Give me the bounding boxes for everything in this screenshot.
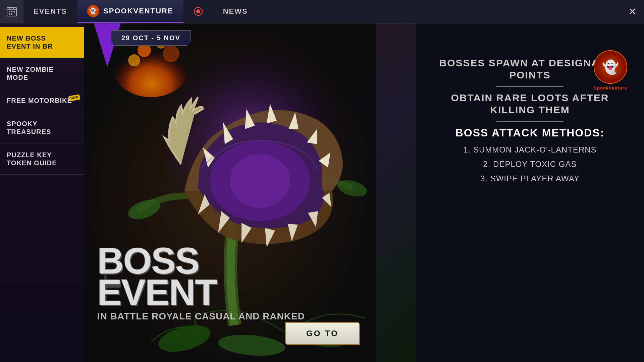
boss-title-line2: EVENT bbox=[97, 272, 217, 313]
nav-news-label: NEWS bbox=[223, 7, 248, 16]
nav-spookventure-tab[interactable]: 👻 SPOOKVENTURE bbox=[77, 0, 183, 23]
svg-rect-7 bbox=[9, 13, 10, 15]
boss-title: BOSS EVENT bbox=[97, 245, 305, 308]
nav-spookventure-label: SPOOKVENTURE bbox=[103, 7, 173, 15]
svg-point-15 bbox=[128, 54, 140, 66]
svg-rect-6 bbox=[13, 11, 15, 12]
svg-point-14 bbox=[163, 45, 179, 62]
svg-rect-8 bbox=[11, 13, 12, 15]
nav-events-tab[interactable]: EVENTS bbox=[23, 0, 77, 23]
new-badge: NEW bbox=[68, 94, 80, 102]
date-range-badge: 29 OCT - 5 NOV bbox=[111, 30, 191, 46]
svg-point-19 bbox=[230, 154, 290, 208]
close-button[interactable]: ✕ bbox=[621, 0, 644, 23]
attack-method-1: 1. SUMMON JACK-O'-LANTERNS bbox=[433, 142, 627, 157]
boss-event-text-overlay: BOSS EVENT IN BATTLE ROYALE CASUAL AND R… bbox=[97, 245, 305, 322]
main-content: NEW BOSSEVENT IN BR NEW ZOMBIEMODE FREE … bbox=[0, 23, 644, 362]
spookventure-logo-icon: 👻 bbox=[594, 50, 627, 84]
divider-1 bbox=[496, 86, 564, 87]
attack-method-2: 2. DEPLOY TOXIC GAS bbox=[433, 157, 627, 171]
boss-subtitle: IN BATTLE ROYALE CASUAL AND RANKED bbox=[97, 311, 305, 322]
close-icon: ✕ bbox=[628, 6, 637, 17]
sidebar-item-label: FREE MOTORBIKE bbox=[7, 97, 72, 104]
live-icon bbox=[194, 7, 203, 16]
nav-live-tab[interactable] bbox=[183, 0, 213, 23]
divider-2 bbox=[496, 121, 564, 122]
svg-rect-5 bbox=[11, 11, 12, 12]
right-info-panel: 👻 SpookVenture BOSSES SPAWN AT DESIGNATE… bbox=[416, 23, 644, 362]
spookventure-nav-icon: 👻 bbox=[87, 5, 99, 17]
date-range-text: 29 OCT - 5 NOV bbox=[121, 34, 180, 42]
go-to-label: GO TO bbox=[306, 329, 339, 338]
sidebar-item-puzzle-key-token-guide[interactable]: PUZZLE KEYTOKEN GUIDE bbox=[0, 143, 84, 175]
svg-rect-4 bbox=[9, 11, 10, 12]
spookventure-logo-text: SpookVenture bbox=[594, 85, 627, 90]
spookventure-logo: 👻 SpookVenture bbox=[594, 50, 627, 90]
center-panel: 29 OCT - 5 NOV BOSS EVENT IN BATTLE ROYA… bbox=[84, 23, 416, 362]
loots-info-text: OBTAIN RARE LOOTS AFTER KILLING THEM bbox=[433, 92, 627, 116]
sidebar-item-label: SPOOKYTREASURES bbox=[7, 120, 51, 135]
top-navigation: EVENTS 👻 SPOOKVENTURE NEWS ✕ bbox=[0, 0, 644, 23]
sidebar-item-new-boss-event[interactable]: NEW BOSSEVENT IN BR bbox=[0, 27, 84, 58]
sidebar-item-label: NEW ZOMBIEMODE bbox=[7, 66, 54, 81]
go-to-button[interactable]: GO TO bbox=[285, 322, 360, 345]
sidebar-item-label: NEW BOSSEVENT IN BR bbox=[7, 35, 53, 50]
attack-method-3: 3. SWIPE PLAYER AWAY bbox=[433, 171, 627, 186]
sidebar-item-spooky-treasures[interactable]: SPOOKYTREASURES bbox=[0, 112, 84, 143]
calendar-button[interactable] bbox=[0, 0, 23, 23]
sidebar-item-free-motorbike[interactable]: FREE MOTORBIKE NEW bbox=[0, 89, 84, 112]
attack-methods-list: 1. SUMMON JACK-O'-LANTERNS 2. DEPLOY TOX… bbox=[433, 142, 627, 186]
sidebar-item-new-zombie-mode[interactable]: NEW ZOMBIEMODE bbox=[0, 58, 84, 89]
info-block-attacks: BOSS ATTACK METHODS: 1. SUMMON JACK-O'-L… bbox=[433, 127, 627, 186]
sidebar-item-label: PUZZLE KEYTOKEN GUIDE bbox=[7, 151, 57, 167]
info-block-loots: OBTAIN RARE LOOTS AFTER KILLING THEM bbox=[433, 92, 627, 116]
nav-events-label: EVENTS bbox=[34, 7, 67, 16]
nav-news-tab[interactable]: NEWS bbox=[213, 0, 258, 23]
attack-methods-title: BOSS ATTACK METHODS: bbox=[433, 127, 627, 139]
sidebar: NEW BOSSEVENT IN BR NEW ZOMBIEMODE FREE … bbox=[0, 23, 84, 362]
